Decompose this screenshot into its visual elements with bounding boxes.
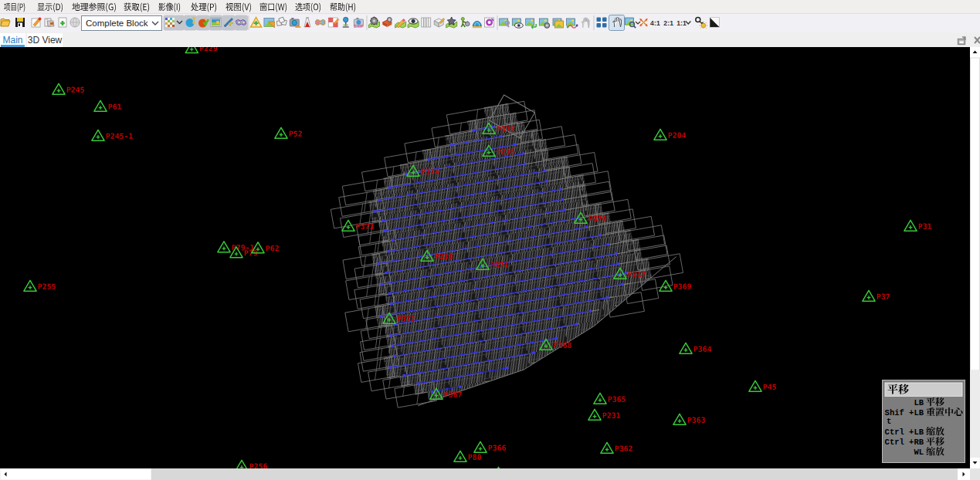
svg-text:Ctrl +RB: Ctrl +RB (885, 438, 924, 447)
svg-text:1:1: 1:1 (677, 19, 687, 27)
svg-text:LB: LB (914, 398, 924, 407)
svg-text:EXIF: EXIF (354, 24, 364, 29)
svg-text:t: t (887, 417, 891, 426)
svg-text:WL: WL (914, 448, 924, 457)
svg-text:4:1: 4:1 (650, 19, 660, 27)
svg-text:Complete Block: Complete Block (86, 19, 148, 28)
svg-text:Ctrl +LB: Ctrl +LB (885, 428, 924, 437)
svg-text:2:1: 2:1 (663, 19, 673, 27)
